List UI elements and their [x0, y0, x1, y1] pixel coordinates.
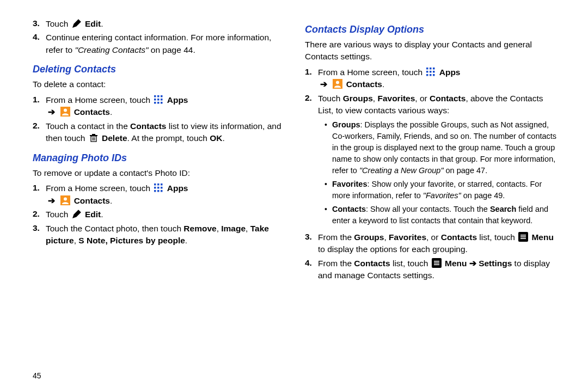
heading-display-options: Contacts Display Options — [305, 24, 561, 35]
apps-grid-icon — [154, 95, 163, 105]
arrow-icon: ➔ — [320, 78, 327, 90]
contacts-icon — [60, 195, 70, 205]
svg-rect-27 — [154, 190, 156, 192]
step-body: From a Home screen, touch Apps ➔ Contact… — [46, 182, 283, 207]
svg-rect-22 — [157, 183, 160, 186]
right-column: Contacts Display Options There are vario… — [299, 16, 566, 381]
svg-rect-41 — [430, 74, 432, 76]
svg-rect-46 — [520, 235, 526, 236]
svg-rect-42 — [433, 74, 435, 76]
svg-rect-25 — [157, 187, 160, 189]
step-number: 1. — [33, 94, 46, 105]
step-body: Touch Edit. — [46, 209, 283, 220]
step-body: Touch the Contact photo, then touch Remo… — [46, 223, 283, 247]
svg-rect-50 — [434, 261, 439, 262]
step-number: 2. — [305, 93, 318, 103]
svg-rect-7 — [154, 99, 156, 101]
apps-grid-icon — [426, 67, 436, 77]
bullet-dot: • — [324, 204, 332, 215]
step-number: 3. — [305, 231, 318, 242]
svg-rect-23 — [161, 183, 163, 186]
step-body: Continue entering contact information. F… — [46, 32, 283, 56]
svg-rect-39 — [433, 71, 435, 73]
svg-rect-8 — [157, 99, 160, 101]
step-number: 4. — [305, 258, 318, 268]
menu-icon — [518, 232, 528, 242]
svg-rect-51 — [434, 262, 439, 264]
svg-rect-36 — [433, 68, 435, 70]
bullet-dot: • — [324, 179, 332, 189]
svg-point-31 — [64, 197, 67, 200]
bullet-body: Contacts: Show all your contacts. Touch … — [332, 204, 561, 226]
svg-rect-12 — [161, 102, 163, 104]
step-number: 1. — [33, 182, 46, 193]
svg-marker-32 — [73, 210, 81, 218]
svg-rect-47 — [520, 236, 526, 237]
step-body: Touch a contact in the Contacts list to … — [46, 120, 283, 145]
page-number: 45 — [33, 371, 41, 380]
step-body: From a Home screen, touch Apps ➔ Contact… — [318, 66, 561, 91]
svg-rect-37 — [426, 71, 428, 73]
intro-text: There are various ways to display your C… — [305, 39, 561, 63]
heading-deleting-contacts: Deleting Contacts — [33, 64, 283, 75]
svg-rect-9 — [161, 99, 163, 101]
svg-rect-52 — [434, 264, 439, 265]
svg-rect-11 — [157, 102, 160, 104]
svg-rect-5 — [157, 95, 160, 97]
step-body: From the Contacts list, touch Menu ➔ Set… — [318, 258, 561, 282]
trash-icon — [89, 133, 99, 143]
continued-steps: 3. Touch Edit. 4. Continue entering cont… — [33, 18, 283, 56]
left-column: 3. Touch Edit. 4. Continue entering cont… — [33, 16, 299, 381]
photo-steps: 1. From a Home screen, touch Apps ➔ — [33, 182, 283, 247]
delete-steps: 1. From a Home screen, touch Apps — [33, 94, 283, 145]
svg-rect-29 — [161, 190, 163, 192]
step-body: Touch Edit. — [46, 18, 283, 30]
arrow-icon: ➔ — [48, 195, 55, 207]
step-body: From the Groups, Favorites, or Contacts … — [318, 231, 561, 256]
step-number: 2. — [33, 120, 46, 131]
apps-grid-icon — [154, 183, 163, 193]
arrow-icon: ➔ — [48, 106, 55, 118]
svg-rect-40 — [426, 74, 428, 76]
bullet-dot: • — [324, 119, 332, 130]
contacts-icon — [60, 107, 70, 117]
svg-rect-10 — [154, 102, 156, 104]
svg-rect-20 — [92, 134, 95, 135]
svg-rect-28 — [157, 190, 160, 192]
svg-rect-24 — [154, 187, 156, 189]
svg-rect-26 — [161, 187, 163, 189]
svg-rect-21 — [154, 183, 156, 186]
step-number: 1. — [305, 66, 318, 77]
bullet-body: Favorites: Show only your favorite, or s… — [332, 179, 561, 201]
step-number: 3. — [33, 18, 46, 28]
step-number: 2. — [33, 209, 46, 219]
intro-text: To remove or update a contact's Photo ID… — [33, 167, 283, 179]
display-steps: 1. From a Home screen, touch Apps ➔ — [305, 66, 561, 282]
heading-photo-ids: Managing Photo IDs — [33, 152, 283, 164]
pencil-icon — [72, 19, 82, 28]
svg-rect-34 — [426, 68, 428, 70]
svg-rect-35 — [430, 68, 432, 70]
svg-rect-4 — [154, 95, 156, 97]
bullet-list: • Groups: Displays the possible Groups, … — [324, 119, 561, 226]
step-body: Touch Groups, Favorites, or Contacts, ab… — [318, 93, 561, 230]
step-number: 3. — [33, 223, 46, 233]
svg-rect-38 — [430, 71, 432, 73]
step-number: 4. — [33, 32, 46, 42]
contacts-icon — [333, 79, 342, 89]
svg-rect-6 — [161, 95, 163, 97]
step-body: From a Home screen, touch Apps ➔ — [46, 94, 283, 119]
svg-point-14 — [64, 109, 67, 112]
svg-rect-48 — [520, 238, 526, 239]
intro-text: To delete a contact: — [33, 78, 283, 90]
svg-point-44 — [336, 81, 339, 84]
bullet-body: Groups: Displays the possible Groups, su… — [332, 119, 561, 176]
pencil-icon — [72, 209, 82, 219]
menu-icon — [432, 258, 442, 268]
